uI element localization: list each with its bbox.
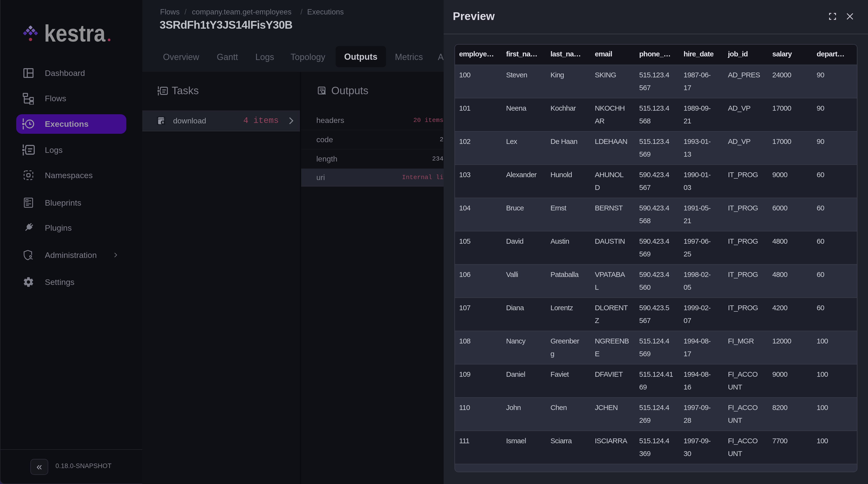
svg-text:HTTP: HTTP — [158, 118, 164, 120]
